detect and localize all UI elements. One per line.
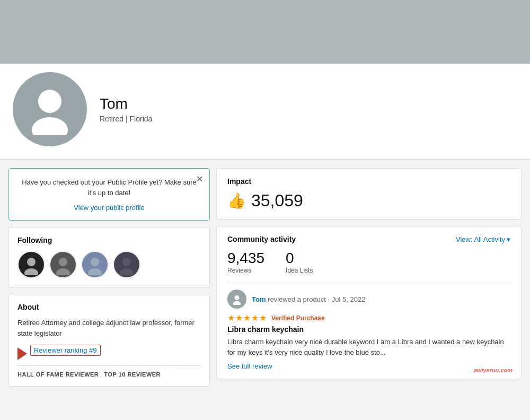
svg-point-8 (122, 258, 131, 266)
following-avatar-4[interactable] (113, 251, 140, 278)
main-content: ✕ Have you checked out your Public Profi… (0, 160, 530, 395)
following-avatars (17, 251, 201, 278)
rank-arrow-icon (17, 347, 27, 360)
svg-point-1 (32, 117, 68, 135)
following-avatar-2[interactable] (49, 251, 77, 278)
left-column: ✕ Have you checked out your Public Profi… (8, 168, 210, 387)
notification-card: ✕ Have you checked out your Public Profi… (8, 168, 210, 221)
star-rating: ★ ★ ★ ★ ★ Verified Purchase (227, 313, 510, 323)
star-5: ★ (259, 313, 267, 323)
impact-number: 35,059 (251, 191, 303, 211)
about-section-title: About (17, 303, 201, 311)
chevron-down-icon: ▾ (507, 235, 510, 243)
following-card: Following (8, 227, 210, 287)
following-section-title: Following (17, 236, 201, 244)
rank-arrow-wrapper: Reviewer ranking #9 (17, 345, 201, 361)
idea-lists-count: 0 (286, 250, 313, 267)
svg-point-0 (38, 90, 61, 113)
close-notification-button[interactable]: ✕ (196, 174, 203, 184)
review-date: reviewed a product · Jul 5, 2022 (268, 295, 365, 303)
reviewer-small-avatar (227, 290, 246, 309)
svg-point-2 (27, 258, 36, 266)
reviewer-meta-text: Tom reviewed a product · Jul 5, 2022 (252, 295, 365, 303)
view-all-activity-link[interactable]: View: All Activity ▾ (456, 235, 510, 243)
reviewer-ranking-link[interactable]: Reviewer ranking #9 (30, 345, 101, 356)
community-header: Community activity View: All Activity ▾ (227, 235, 510, 243)
impact-title: Impact (227, 177, 510, 186)
profile-name: Tom (100, 95, 152, 112)
profile-banner (0, 0, 530, 64)
star-4: ★ (251, 313, 259, 323)
reviews-stat: 9,435 Reviews (227, 250, 264, 274)
svg-point-6 (91, 258, 99, 266)
review-item: Tom reviewed a product · Jul 5, 2022 ★ ★… (227, 283, 510, 370)
idea-lists-stat: 0 Idea Lists (286, 250, 313, 274)
view-public-profile-link[interactable]: View your public profile (74, 204, 144, 212)
badges-row: HALL OF FAME REVIEWER TOP 10 REVIEWER (17, 365, 201, 378)
verified-purchase-badge: Verified Purchase (271, 314, 325, 322)
community-card: Community activity View: All Activity ▾ … (216, 226, 522, 379)
review-text: Libra charm keychain very nice durable k… (227, 337, 510, 357)
svg-point-11 (233, 301, 241, 305)
profile-info: Tom Retired | Florida (100, 95, 152, 123)
star-2: ★ (235, 313, 243, 323)
star-3: ★ (243, 313, 251, 323)
profile-header-card: Tom Retired | Florida (0, 64, 530, 160)
svg-point-3 (24, 268, 38, 275)
svg-point-4 (59, 258, 67, 266)
about-description: Retired Attorney and college adjunct law… (17, 318, 201, 338)
activity-stats: 9,435 Reviews 0 Idea Lists (227, 250, 510, 274)
avatar (13, 72, 87, 146)
about-card: About Retired Attorney and college adjun… (8, 294, 210, 387)
right-column: Impact 👍 35,059 Community activity View:… (216, 168, 522, 387)
following-avatar-3[interactable] (81, 251, 109, 278)
top-10-badge: TOP 10 REVIEWER (104, 371, 161, 378)
star-1: ★ (227, 313, 235, 323)
view-all-label: View: All Activity (456, 235, 505, 243)
community-title: Community activity (227, 235, 296, 243)
reviews-label: Reviews (227, 267, 264, 274)
svg-point-7 (88, 268, 102, 275)
notification-text: Have you checked out your Public Profile… (17, 177, 201, 198)
reviews-count: 9,435 (227, 250, 264, 267)
idea-lists-label: Idea Lists (286, 267, 313, 274)
following-avatar-1[interactable] (17, 251, 45, 278)
profile-tagline: Retired | Florida (100, 115, 152, 123)
reviewer-meta: Tom reviewed a product · Jul 5, 2022 (227, 290, 510, 309)
impact-count: 👍 35,059 (227, 191, 510, 211)
svg-point-5 (56, 268, 70, 275)
svg-point-10 (235, 295, 240, 300)
review-product-title: Libra charm keychain (227, 325, 510, 334)
see-full-review-link[interactable]: See full review (227, 362, 272, 370)
svg-point-9 (120, 268, 134, 275)
hall-of-fame-badge: HALL OF FAME REVIEWER (17, 371, 99, 378)
avatar-icon (23, 82, 76, 137)
impact-card: Impact 👍 35,059 (216, 168, 522, 220)
reviewer-name-link[interactable]: Tom (252, 295, 266, 303)
thumbs-up-icon: 👍 (227, 192, 246, 209)
